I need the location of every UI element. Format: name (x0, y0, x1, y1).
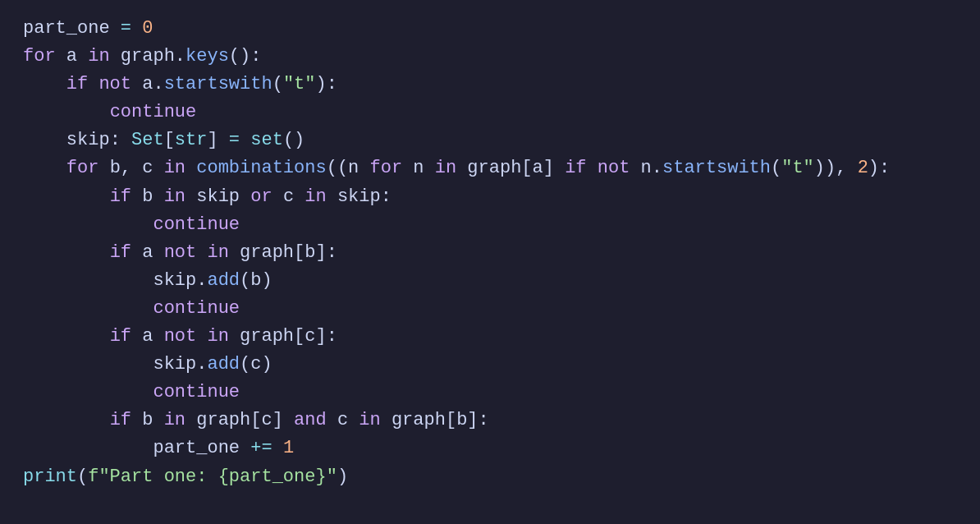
code-line-2: for a in graph.keys(): (23, 43, 957, 71)
code-line-11: continue (23, 295, 957, 323)
code-line-13: skip.add(c) (23, 351, 957, 379)
code-line-9: if a not in graph[b]: (23, 239, 957, 267)
code-editor: part_one = 0 for a in graph.keys(): if n… (0, 0, 980, 524)
code-line-17: print(f"Part one: {part_one}") (23, 463, 957, 491)
code-line-8: continue (23, 211, 957, 239)
code-line-4: continue (23, 99, 957, 126)
code-line-16: part_one += 1 (23, 434, 957, 462)
code-line-12: if a not in graph[c]: (23, 323, 957, 351)
code-line-10: skip.add(b) (23, 267, 957, 295)
code-line-3: if not a.startswith("t"): (23, 71, 957, 99)
code-line-7: if b in skip or c in skip: (23, 183, 957, 211)
code-line-15: if b in graph[c] and c in graph[b]: (23, 407, 957, 434)
code-line-14: continue (23, 379, 957, 407)
code-line-5: skip: Set[str] = set() (23, 126, 957, 154)
code-line-6: for b, c in combinations((n for n in gra… (23, 154, 957, 182)
code-line-1: part_one = 0 (23, 15, 957, 43)
